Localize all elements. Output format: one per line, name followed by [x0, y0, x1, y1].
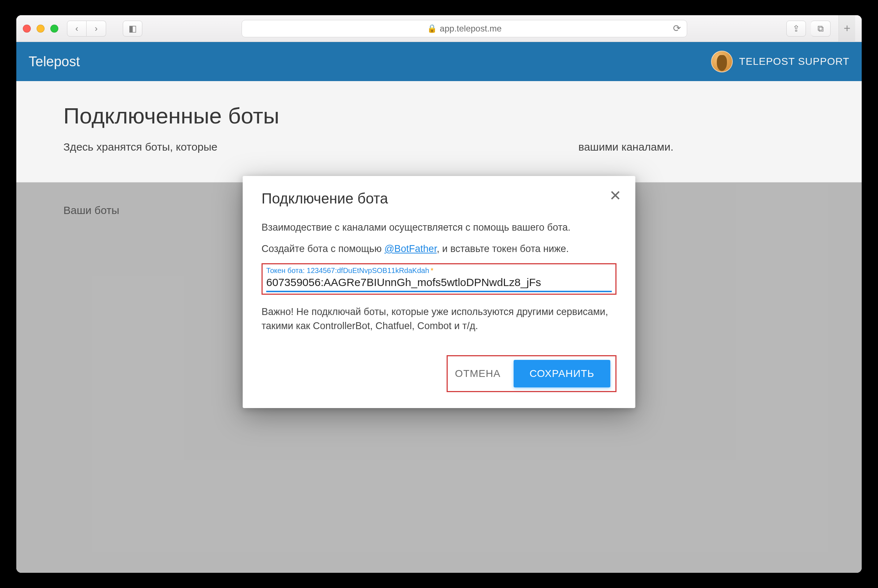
lock-icon: 🔒	[427, 24, 437, 33]
toolbar-right: ⇪ ⧉	[786, 21, 830, 37]
botfather-link[interactable]: @BotFather	[384, 243, 437, 254]
cancel-button[interactable]: ОТМЕНА	[453, 364, 503, 383]
tabs-overview-button[interactable]: ⧉	[811, 21, 830, 37]
reload-button[interactable]: ⟳	[673, 23, 681, 34]
share-button[interactable]: ⇪	[786, 21, 806, 37]
modal-line1: Взаимодествие с каналами осуществляется …	[261, 220, 617, 235]
url-text: app.telepost.me	[440, 24, 502, 34]
close-window-button[interactable]	[23, 25, 31, 33]
line2-prefix: Создайте бота с помощью	[261, 243, 384, 254]
app-viewport: Telepost TELEPOST SUPPORT Подключенные б…	[16, 42, 862, 573]
close-icon[interactable]: ✕	[609, 188, 621, 203]
sidebar-toggle-button[interactable]: ◧	[123, 21, 143, 37]
required-mark: *	[431, 267, 434, 274]
back-button[interactable]: ‹	[67, 21, 87, 37]
modal-title: Подключение бота	[261, 190, 617, 207]
modal-line2: Создайте бота с помощью @BotFather, и вс…	[261, 242, 617, 256]
browser-toolbar: ‹ › ◧ 🔒 app.telepost.me ⟳ ⇪ ⧉ +	[16, 15, 862, 42]
new-tab-button[interactable]: +	[839, 15, 855, 42]
modal-actions-highlight: ОТМЕНА СОХРАНИТЬ	[447, 355, 617, 392]
address-bar[interactable]: 🔒 app.telepost.me ⟳	[242, 20, 687, 37]
minimize-window-button[interactable]	[37, 25, 45, 33]
forward-button[interactable]: ›	[87, 21, 106, 37]
modal-warning: Важно! Не подключай боты, которые уже ис…	[261, 305, 617, 333]
bot-token-input[interactable]	[266, 275, 612, 292]
nav-back-forward: ‹ ›	[67, 21, 106, 37]
token-field-label: Токен бота: 1234567:dfDuEtNvpSOB11kRdaKd…	[266, 267, 612, 275]
save-button[interactable]: СОХРАНИТЬ	[513, 360, 610, 387]
fullscreen-window-button[interactable]	[50, 25, 58, 33]
token-field-highlight: Токен бота: 1234567:dfDuEtNvpSOB11kRdaKd…	[261, 263, 617, 295]
connect-bot-modal: ✕ Подключение бота Взаимодествие с канал…	[243, 176, 635, 408]
line2-suffix: , и вставьте токен бота ниже.	[437, 243, 569, 254]
browser-window: ‹ › ◧ 🔒 app.telepost.me ⟳ ⇪ ⧉ + Telepost…	[16, 15, 862, 573]
window-controls	[23, 25, 58, 33]
token-placeholder-label: Токен бота: 1234567:dfDuEtNvpSOB11kRdaKd…	[266, 267, 429, 274]
